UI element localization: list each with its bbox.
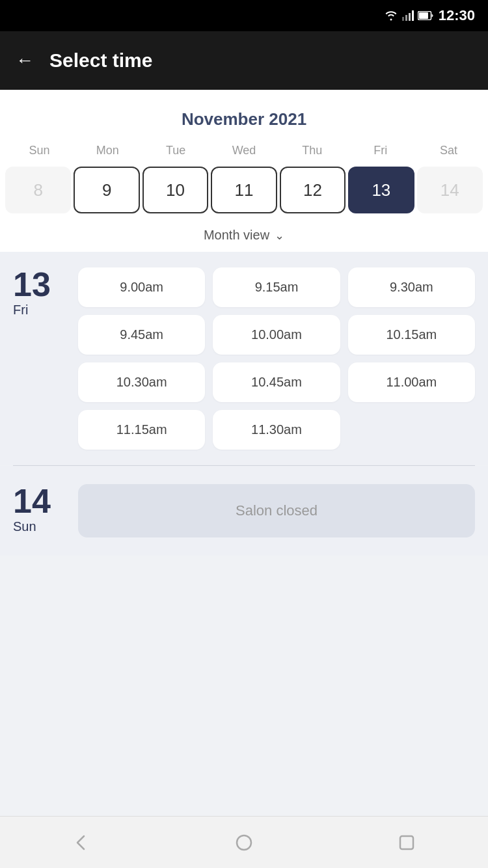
time-slot-1015am[interactable]: 10.15am (348, 315, 475, 355)
day-section-13: 13 Fri 9.00am 9.15am 9.30am 9.45am 10.00… (0, 252, 488, 465)
svg-rect-0 (402, 17, 404, 21)
time-slot-1000am[interactable]: 10.00am (213, 315, 340, 355)
app-header: ← Select time (0, 31, 488, 90)
date-cell-10[interactable]: 10 (142, 167, 208, 213)
time-slots-grid-13: 9.00am 9.15am 9.30am 9.45am 10.00am 10.1… (78, 267, 475, 450)
nav-recent-button[interactable] (395, 831, 418, 854)
svg-rect-1 (405, 15, 407, 21)
closed-block: 14 Sun Salon closed (13, 484, 475, 537)
date-cell-8[interactable]: 8 (5, 167, 71, 213)
date-cell-14[interactable]: 14 (417, 167, 483, 213)
month-view-toggle[interactable]: Month view ⌄ (0, 221, 488, 252)
month-year-label: November 2021 (0, 103, 488, 140)
weekday-sat: Sat (414, 140, 483, 161)
status-bar: 12:30 (0, 0, 488, 31)
time-slot-930am[interactable]: 9.30am (348, 267, 475, 307)
calendar-section: November 2021 Sun Mon Tue Wed Thu Fri Sa… (0, 90, 488, 252)
day-number-label-13: 13 Fri (13, 267, 72, 318)
svg-point-6 (237, 835, 251, 850)
day-section-14: 14 Sun Salon closed (0, 466, 488, 556)
day-name-13: Fri (13, 303, 72, 318)
nav-home-button[interactable] (232, 831, 256, 854)
weekday-tue: Tue (142, 140, 210, 161)
time-slot-1100am[interactable]: 11.00am (348, 362, 475, 402)
day-number-13: 13 (13, 267, 72, 301)
status-icons (384, 10, 433, 21)
month-view-label: Month view (204, 228, 269, 243)
svg-rect-2 (409, 13, 411, 21)
weekday-sun: Sun (5, 140, 74, 161)
svg-rect-5 (419, 12, 428, 19)
time-slot-945am[interactable]: 9.45am (78, 315, 205, 355)
weekday-fri: Fri (346, 140, 414, 161)
date-cell-11[interactable]: 11 (211, 167, 277, 213)
svg-rect-7 (400, 836, 413, 849)
weekday-thu: Thu (278, 140, 346, 161)
date-cell-9[interactable]: 9 (74, 167, 139, 213)
page-title: Select time (49, 49, 152, 72)
time-slot-900am[interactable]: 9.00am (78, 267, 205, 307)
weekday-mon: Mon (74, 140, 142, 161)
nav-back-button[interactable] (70, 831, 93, 854)
day-row-container-13: 13 Fri 9.00am 9.15am 9.30am 9.45am 10.00… (13, 267, 475, 450)
salon-closed-card: Salon closed (78, 484, 475, 537)
back-button[interactable]: ← (16, 50, 34, 71)
wifi-icon (384, 10, 398, 21)
signal-icon (402, 10, 414, 21)
time-slot-1045am[interactable]: 10.45am (213, 362, 340, 402)
svg-rect-3 (412, 10, 414, 21)
bottom-nav (0, 816, 488, 868)
time-slot-1030am[interactable]: 10.30am (78, 362, 205, 402)
date-cell-13[interactable]: 13 (348, 167, 414, 213)
status-time: 12:30 (439, 7, 475, 24)
time-slot-1130am[interactable]: 11.30am (213, 410, 340, 450)
day-number-label-14: 14 Sun (13, 484, 72, 534)
day-name-14: Sun (13, 519, 72, 534)
weekday-wed: Wed (210, 140, 278, 161)
weekday-row: Sun Mon Tue Wed Thu Fri Sat (0, 140, 488, 161)
date-cell-12[interactable]: 12 (280, 167, 346, 213)
day-number-14: 14 (13, 484, 72, 518)
date-row: 8 9 10 11 12 13 14 (0, 161, 488, 221)
time-slot-915am[interactable]: 9.15am (213, 267, 340, 307)
time-slot-1115am[interactable]: 11.15am (78, 410, 205, 450)
chevron-down-icon: ⌄ (275, 228, 284, 243)
battery-icon (418, 11, 433, 20)
